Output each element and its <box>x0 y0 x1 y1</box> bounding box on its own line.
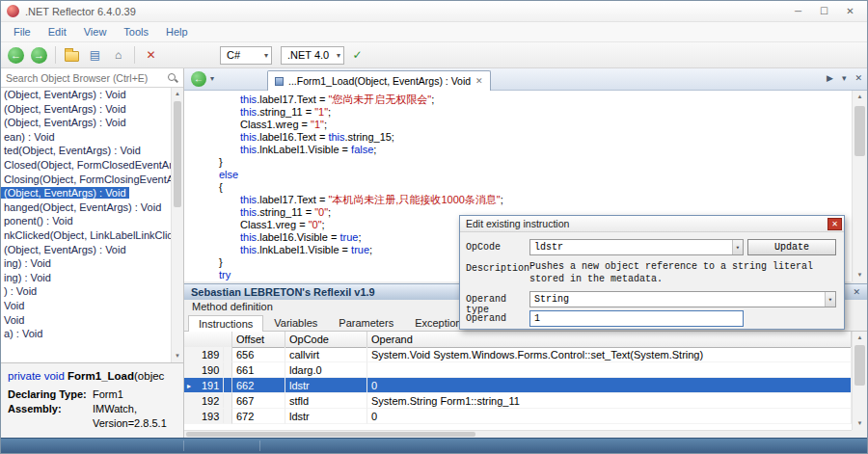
forward-icon: → <box>31 47 47 64</box>
table-hscrollbar[interactable] <box>184 430 852 438</box>
tree-item[interactable]: Void <box>1 313 171 328</box>
tree-item[interactable]: ted(Object, EventArgs) : Void <box>1 144 171 158</box>
scroll-down-icon[interactable]: ▼ <box>172 350 183 362</box>
update-button[interactable]: Update <box>747 239 836 255</box>
instruction-row[interactable]: ▸189 656 callvirt System.Void System.Win… <box>184 347 852 362</box>
scroll-up-icon[interactable]: ▲ <box>853 332 867 344</box>
tree-item[interactable]: Closed(Object, FormClosedEventArgs) : V <box>1 158 171 173</box>
tree-item[interactable]: (Object, EventArgs) : Void <box>1 88 171 102</box>
code-scrollbar[interactable]: ▲ ▼ <box>852 91 867 281</box>
tree-item[interactable]: a) : Void <box>1 327 171 341</box>
app-window: .NET Reflector 6.4.0.39 ─ ☐ ✕ FileEditVi… <box>0 0 868 454</box>
dialog-close-button[interactable]: ✕ <box>827 218 842 230</box>
scrollbar-thumb[interactable] <box>174 101 181 207</box>
reflexil-tab[interactable]: Instructions <box>188 315 263 332</box>
operand-type-value: String <box>534 294 569 305</box>
tree-item[interactable]: ing) : Void <box>1 271 171 285</box>
column-offset[interactable]: Offset <box>232 332 285 348</box>
menu-item[interactable]: File <box>5 24 40 40</box>
signature-tail: (objec <box>134 370 164 382</box>
framework-select[interactable]: .NET 4.0 ▾ <box>281 46 344 65</box>
description-text: Pushes a new object reference to a strin… <box>529 260 836 285</box>
menu-item[interactable]: Help <box>157 24 197 40</box>
opcode-select[interactable]: ldstr ▾ <box>529 239 744 255</box>
tree-item[interactable]: (Object, EventArgs) : Void <box>1 243 171 257</box>
instruction-row[interactable]: ▸190 661 ldarg.0 <box>184 362 852 378</box>
search-box[interactable] <box>1 68 183 88</box>
language-select[interactable]: C# ▾ <box>220 46 272 65</box>
code-line: Class1.wreg = "1"; <box>198 119 852 131</box>
menu-item[interactable]: Edit <box>40 24 75 40</box>
scrollbar-thumb[interactable] <box>186 432 475 437</box>
scroll-up-icon[interactable]: ▲ <box>853 91 867 103</box>
home-button[interactable]: ⌂ <box>108 45 128 66</box>
table-header: Offset OpCode Operand <box>184 332 852 347</box>
tree-item[interactable]: (Object, EventArgs) : Void <box>1 116 171 130</box>
window-title: .NET Reflector 6.4.0.39 <box>25 6 136 17</box>
delete-icon: ✕ <box>146 48 155 62</box>
folder-icon <box>65 51 79 62</box>
scrollbar-thumb[interactable] <box>854 345 865 386</box>
chevron-down-icon: ▾ <box>260 51 268 60</box>
instruction-row[interactable]: ▸193 672 ldstr 0 <box>184 409 852 424</box>
back-button[interactable]: ← <box>6 45 26 66</box>
tab-list-icon[interactable]: ▾ <box>842 73 847 83</box>
language-select-value: C# <box>227 49 240 61</box>
tree-item[interactable]: hanged(Object, EventArgs) : Void <box>1 200 171 215</box>
close-document-icon[interactable]: ✕ <box>854 73 862 83</box>
tree-scrollbar[interactable]: ▲ ▼ <box>171 88 183 362</box>
scroll-right-icon[interactable]: ▶ <box>827 73 833 83</box>
tree-item[interactable]: ponent() : Void <box>1 214 171 228</box>
reflexil-tab[interactable]: Parameters <box>328 314 404 331</box>
scroll-down-icon[interactable]: ▼ <box>853 269 867 281</box>
table-scrollbar[interactable]: ▲ ▼ <box>852 332 867 430</box>
menu-item[interactable]: Tools <box>115 24 157 40</box>
declaring-type-label: Declaring Type: <box>8 388 93 400</box>
minimize-button[interactable]: ─ <box>785 3 811 20</box>
tree-item[interactable]: (Object, EventArgs) : Void <box>1 186 171 200</box>
operand-input[interactable] <box>529 310 744 327</box>
framework-select-value: .NET 4.0 <box>287 49 329 61</box>
dialog-titlebar[interactable]: Edit existing instruction ✕ <box>460 216 844 232</box>
tab-form1-load[interactable]: ...Form1_Load(Object, EventArgs) : Void … <box>267 70 491 91</box>
reflexil-close-icon[interactable]: ✕ <box>853 287 860 297</box>
instruction-row[interactable]: ▸191 662 ldstr 0 <box>184 378 852 393</box>
menu-item[interactable]: View <box>75 24 116 40</box>
tree-item[interactable]: ) : Void <box>1 284 171 299</box>
instruction-row[interactable]: ▸192 667 stfld System.String Form1::stri… <box>184 393 852 409</box>
open-folder-button[interactable] <box>62 45 82 66</box>
dialog-title: Edit existing instruction <box>466 218 569 229</box>
code-line: this.label17.Text = "本机尚未注册,只能接收1000条消息"… <box>198 194 852 206</box>
check-button[interactable]: ✓ <box>347 45 367 66</box>
forward-button[interactable]: → <box>29 45 49 66</box>
tree-item[interactable]: (Object, EventArgs) : Void <box>1 102 171 117</box>
page-button[interactable]: ▤ <box>85 45 105 66</box>
tree-item[interactable]: ing) : Void <box>1 256 171 271</box>
code-line: { <box>198 181 852 194</box>
close-button[interactable]: ✕ <box>837 3 863 20</box>
row-marker-icon: ▸ <box>187 381 191 392</box>
chevron-down-icon: ▾ <box>732 240 743 254</box>
column-operand[interactable]: Operand <box>367 332 852 348</box>
chevron-down-icon[interactable]: ▾ <box>210 74 214 83</box>
column-opcode[interactable]: OpCode <box>285 332 367 348</box>
back-icon: ← <box>8 47 24 64</box>
reflexil-tab[interactable]: Variables <box>263 314 328 331</box>
maximize-button[interactable]: ☐ <box>811 3 837 20</box>
search-input[interactable] <box>6 72 167 84</box>
scroll-up-icon[interactable]: ▲ <box>172 88 183 100</box>
tree-item[interactable]: nkClicked(Object, LinkLabelLinkClickedEv <box>1 228 171 243</box>
tree-item[interactable]: ean) : Void <box>1 130 171 145</box>
statusbar-separator <box>183 441 184 451</box>
tree-item[interactable]: Closing(Object, FormClosingEventArgs) : <box>1 173 171 187</box>
delete-button[interactable]: ✕ <box>141 45 161 66</box>
nav-back-button[interactable]: ← <box>191 71 206 87</box>
chevron-down-icon: ▾ <box>333 51 340 60</box>
scroll-down-icon[interactable]: ▼ <box>853 417 867 430</box>
member-signature: private void Form1_Load(objec <box>8 370 176 382</box>
tab-close-icon[interactable]: ✕ <box>475 76 483 86</box>
scrollbar-thumb[interactable] <box>854 106 865 156</box>
object-browser-tree: (Object, EventArgs) : Void (Object, Even… <box>1 88 171 362</box>
operand-type-select[interactable]: String ▾ <box>529 291 836 307</box>
tree-item[interactable]: Void <box>1 299 171 313</box>
